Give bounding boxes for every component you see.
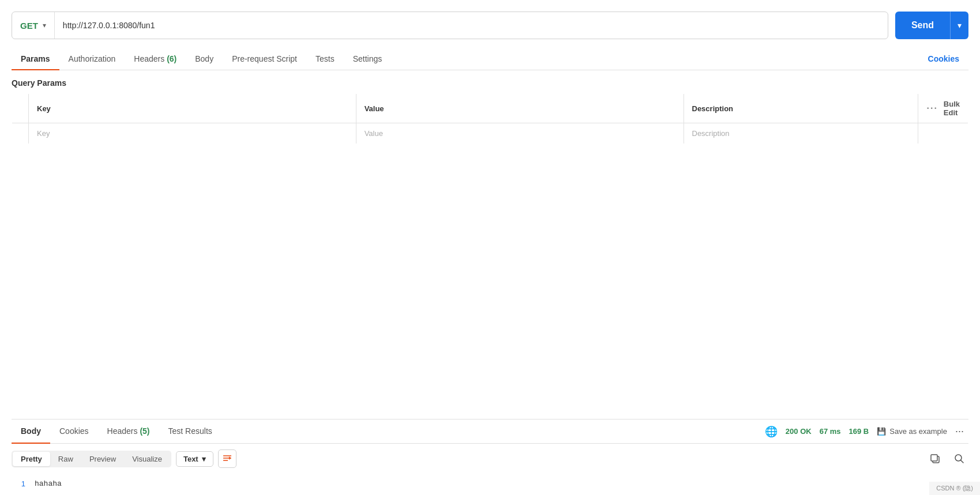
tab-body[interactable]: Body (186, 48, 223, 70)
url-input[interactable] (55, 21, 888, 30)
footer-text: CSDN ® (隐) (936, 485, 973, 492)
copy-icon[interactable] (926, 449, 944, 468)
resp-tab-headers[interactable]: Headers (5) (98, 420, 159, 444)
tab-tests[interactable]: Tests (306, 48, 344, 70)
code-area: 1 hahaha (12, 473, 968, 495)
bulk-cell (918, 123, 968, 144)
format-tabs: Pretty Raw Preview Visualize (12, 451, 171, 467)
search-icon[interactable] (950, 449, 968, 468)
format-tab-preview[interactable]: Preview (81, 452, 124, 466)
format-tab-pretty[interactable]: Pretty (13, 452, 50, 466)
bulk-header: ··· Bulk Edit (918, 94, 968, 123)
line-number: 1 (12, 479, 25, 488)
tab-headers[interactable]: Headers (6) (125, 48, 186, 70)
resp-tab-cookies[interactable]: Cookies (50, 420, 98, 444)
params-table: Key Value Description ··· Bulk Edit Key … (12, 93, 968, 144)
line-content: hahaha (35, 479, 62, 488)
table-row: Key Value Description (12, 123, 968, 144)
tab-params[interactable]: Params (12, 48, 59, 70)
text-dropdown-label: Text (183, 455, 198, 463)
more-options-icon[interactable]: ··· (955, 425, 964, 437)
response-tabs-row: Body Cookies Headers (5) Test Results 🌐 … (12, 420, 968, 444)
save-icon: 💾 (877, 427, 886, 436)
status-size-badge: 169 B (849, 427, 869, 436)
tab-pre-request-script[interactable]: Pre-request Script (223, 48, 306, 70)
format-actions (926, 449, 968, 468)
text-format-dropdown[interactable]: Text ▾ (176, 451, 213, 467)
send-btn-wrapper: Send ▾ (895, 12, 968, 39)
tab-authorization[interactable]: Authorization (59, 48, 125, 70)
method-label: GET (20, 21, 38, 31)
svg-rect-4 (931, 455, 937, 461)
query-params-label: Query Params (12, 70, 968, 93)
key-cell[interactable]: Key (29, 123, 356, 144)
page-footer: CSDN ® (隐) (929, 482, 980, 495)
format-tab-raw[interactable]: Raw (50, 452, 81, 466)
value-header: Value (356, 94, 684, 123)
status-ok-badge: 200 OK (786, 427, 812, 436)
resp-tab-body[interactable]: Body (12, 420, 50, 444)
bulk-dots[interactable]: ··· (926, 103, 937, 114)
status-time-badge: 67 ms (820, 427, 841, 436)
globe-icon[interactable]: 🌐 (765, 425, 778, 438)
code-line: 1 hahaha (12, 478, 968, 489)
row-checkbox-cell (12, 123, 29, 144)
request-tabs-row: Params Authorization Headers (6) Body Pr… (12, 48, 968, 70)
save-as-example-button[interactable]: 💾 Save as example (877, 427, 947, 436)
tab-settings[interactable]: Settings (344, 48, 392, 70)
key-header: Key (29, 94, 356, 123)
send-button[interactable]: Send (895, 12, 950, 39)
chevron-down-icon: ▾ (43, 21, 46, 29)
bulk-edit-button[interactable]: Bulk Edit (944, 100, 960, 117)
url-bar: GET ▾ Send ▾ (12, 12, 968, 39)
svg-line-6 (961, 460, 964, 463)
desc-cell[interactable]: Description (684, 123, 918, 144)
dropdown-arrow-icon: ▾ (202, 455, 206, 463)
response-area: Body Cookies Headers (5) Test Results 🌐 … (12, 419, 968, 495)
method-selector[interactable]: GET ▾ (12, 12, 55, 39)
value-cell[interactable]: Value (356, 123, 684, 144)
spacer (12, 144, 968, 419)
checkbox-header (12, 94, 29, 123)
tab-cookies-link[interactable]: Cookies (919, 48, 968, 70)
resp-status-bar: 🌐 200 OK 67 ms 169 B 💾 Save as example ·… (765, 425, 968, 438)
main-container: GET ▾ Send ▾ Params Authorization Header… (0, 0, 980, 495)
word-wrap-icon[interactable] (218, 449, 236, 468)
desc-header: Description (684, 94, 918, 123)
resp-tab-test-results[interactable]: Test Results (159, 420, 221, 444)
format-bar: Pretty Raw Preview Visualize Text ▾ (12, 444, 968, 473)
send-dropdown-button[interactable]: ▾ (950, 12, 968, 39)
format-tab-visualize[interactable]: Visualize (124, 452, 170, 466)
url-input-wrapper: GET ▾ (12, 12, 888, 39)
